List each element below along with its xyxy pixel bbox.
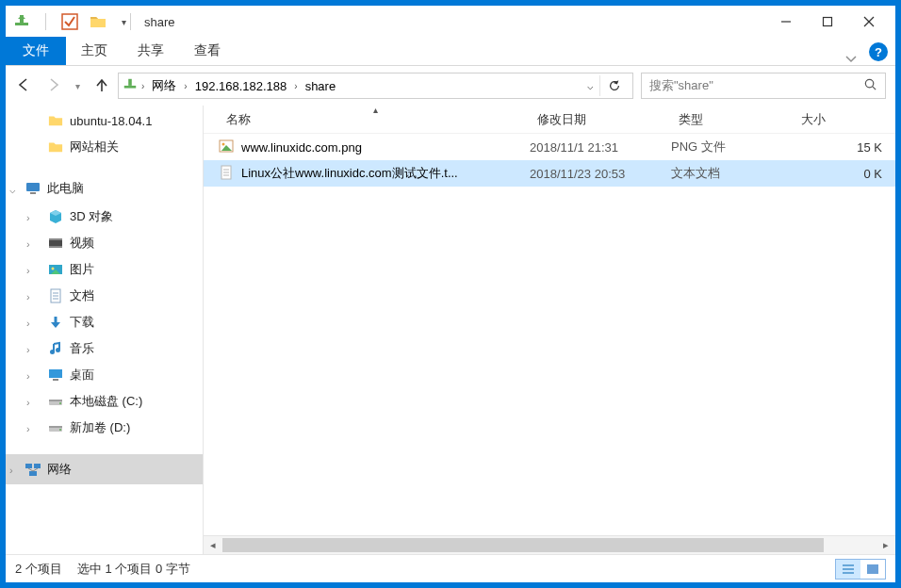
file-date: 2018/11/1 21:31 [530,140,671,155]
view-toggle [835,559,886,580]
close-button[interactable] [848,8,890,36]
expander-icon[interactable]: › [26,265,30,276]
address-bar[interactable]: › 网络 › 192.168.182.188 › share ⌵ [118,73,633,99]
tree-item[interactable]: ›3D 对象 [6,204,203,230]
svg-line-43 [28,468,33,471]
thumbnails-view-button[interactable] [860,560,885,579]
search-placeholder: 搜索"share" [649,77,863,94]
tree-item[interactable]: ›下载 [6,309,203,335]
file-rows: www.linuxidc.com.png2018/11/1 21:31PNG 文… [204,134,895,535]
file-size: 0 K [794,167,895,181]
svg-point-46 [222,142,225,145]
txt-file-icon [219,165,234,183]
svg-rect-10 [128,78,132,85]
tree-item[interactable]: 网站相关 [6,134,203,160]
address-dropdown-icon[interactable]: ⌵ [582,76,599,96]
svg-rect-40 [25,464,32,468]
minimize-button[interactable] [765,8,807,36]
breadcrumb[interactable]: share [302,79,340,93]
tree-item-label: ubuntu-18.04.1 [70,114,152,128]
file-tab[interactable]: 文件 [6,37,66,65]
scroll-right-button[interactable]: ▸ [876,536,895,554]
tree-item-label: 下载 [70,314,94,331]
qat-dropdown-icon[interactable]: ▾ [122,17,126,27]
help-button[interactable]: ? [869,42,888,61]
qat-folder-icon[interactable] [90,13,106,30]
svg-rect-19 [49,238,62,240]
expander-icon[interactable]: › [26,370,30,382]
tree-item[interactable]: ›文档 [6,283,203,309]
collapse-ribbon-icon[interactable] [839,52,863,65]
scroll-track[interactable] [222,536,876,554]
tree-item[interactable]: ubuntu-18.04.1 [6,107,203,134]
svg-rect-0 [15,23,28,25]
svg-rect-9 [124,85,136,88]
tree-item[interactable]: ›新加卷 (D:) [6,415,203,441]
window: ▾ share 文件 主页 共享 查看 ? ▾ › 网络 › [0,0,901,588]
file-row[interactable]: Linux公社www.linuxidc.com测试文件.t...2018/11/… [204,160,895,187]
status-item-count: 2 个项目 [15,561,62,578]
expander-icon[interactable]: ⌵ [9,184,16,196]
chevron-right-icon[interactable]: › [180,81,190,91]
expander-icon[interactable]: › [26,291,30,302]
svg-point-30 [50,350,55,354]
file-size: 15 K [794,140,895,155]
window-controls [765,8,890,36]
tree-item-network[interactable]: › 网络 [6,454,203,484]
expander-icon[interactable]: › [26,344,30,355]
titlebar: ▾ share [6,6,895,38]
breadcrumb[interactable]: 网络 [148,77,180,94]
expander-icon[interactable]: › [26,212,30,223]
tab-share[interactable]: 共享 [123,37,179,65]
tree-item[interactable]: ›视频 [6,230,203,256]
expander-icon[interactable]: › [26,397,30,408]
details-view-button[interactable] [836,560,860,579]
file-row[interactable]: www.linuxidc.com.png2018/11/1 21:31PNG 文… [204,134,895,160]
recent-dropdown-icon[interactable]: ▾ [75,81,80,91]
file-type: PNG 文件 [671,139,794,155]
search-icon[interactable] [863,77,877,94]
column-size[interactable]: 大小 [794,111,895,128]
tree-item[interactable]: ›本地磁盘 (C:) [6,388,203,415]
music-icon [47,341,64,356]
expander-icon[interactable]: › [26,423,30,434]
tree-item-label: 图片 [70,261,94,278]
breadcrumb[interactable]: 192.168.182.188 [191,79,291,93]
svg-line-13 [873,87,876,90]
horizontal-scrollbar[interactable]: ◂ ▸ [204,535,895,554]
tree-item[interactable]: ›音乐 [6,335,203,362]
file-date: 2018/11/23 20:53 [530,167,671,181]
svg-rect-15 [30,192,36,194]
tree-item[interactable]: ›桌面 [6,362,203,388]
column-type[interactable]: 类型 [671,111,794,128]
expander-icon[interactable]: › [26,238,30,250]
scroll-left-button[interactable]: ◂ [204,536,222,554]
chevron-right-icon[interactable]: › [290,81,301,91]
refresh-button[interactable] [599,75,629,96]
navigation-tree: ubuntu-18.04.1 网站相关 ⌵ 此电脑 ›3D 对象›视频›图片›文… [6,106,204,554]
qat-checkbox-icon[interactable] [61,13,78,30]
tab-home[interactable]: 主页 [66,37,123,65]
nav-arrows: ▾ [15,76,110,96]
tree-item-label: 此电脑 [47,180,84,197]
downloads-icon [47,315,64,330]
back-button[interactable] [15,76,32,96]
search-input[interactable]: 搜索"share" [641,73,886,99]
tab-view[interactable]: 查看 [179,37,236,65]
tree-item-thispc[interactable]: ⌵ 此电脑 [6,173,203,204]
svg-marker-29 [51,322,60,328]
chevron-right-icon[interactable]: › [138,81,148,91]
expander-icon[interactable]: › [26,318,30,329]
video-icon [47,236,64,251]
up-button[interactable] [93,76,110,96]
expander-icon[interactable]: › [9,465,13,476]
app-icon [13,13,30,30]
scroll-thumb[interactable] [222,538,824,552]
svg-marker-2 [18,15,25,19]
svg-point-12 [865,79,873,87]
forward-button[interactable] [45,76,62,96]
tree-item[interactable]: ›图片 [6,256,203,283]
column-date[interactable]: 修改日期 [530,111,671,128]
column-headers: ▴ 名称 修改日期 类型 大小 [204,106,895,134]
maximize-button[interactable] [807,8,848,36]
